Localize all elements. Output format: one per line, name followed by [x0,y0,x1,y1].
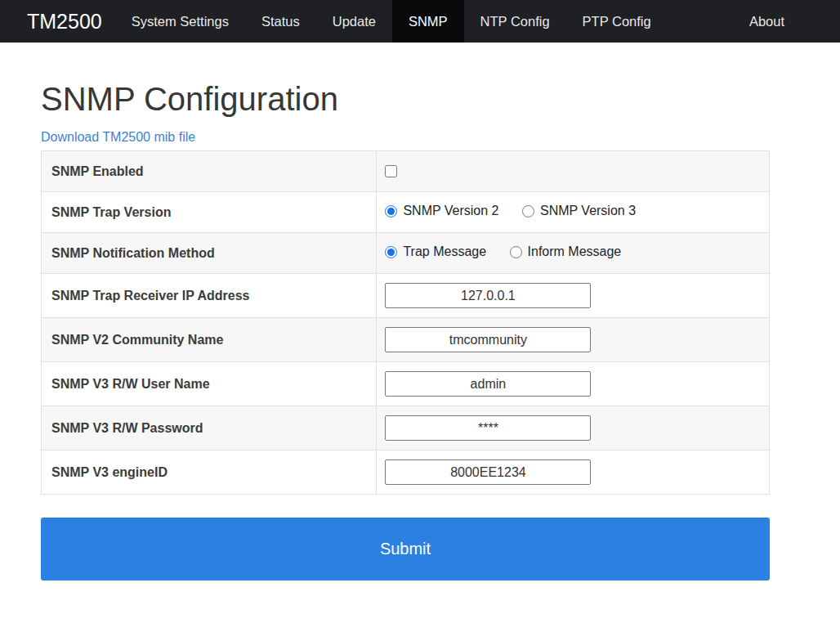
submit-button[interactable]: Submit [41,518,770,580]
radio-option-trap-message[interactable]: Trap Message [385,244,486,259]
radio-label: Trap Message [403,244,486,259]
v3-engineid-field[interactable] [385,459,591,485]
snmp-version3-radio[interactable] [522,205,534,217]
v3-password-field[interactable] [385,415,591,441]
table-row-v3-username: SNMP V3 R/W User Name [42,362,770,406]
nav-item-update[interactable]: Update [316,0,392,43]
v3-username-field[interactable] [385,371,591,397]
table-row-snmp-enabled: SNMP Enabled [42,151,770,192]
nav-item-about[interactable]: About [733,0,801,43]
snmp-enabled-checkbox[interactable] [385,165,397,177]
row-label: SNMP V3 engineID [42,450,377,495]
main-content: SNMP Configuration Download TM2500 mib f… [0,79,770,580]
table-row-trap-receiver-ip: SNMP Trap Receiver IP Address [42,274,770,318]
navbar-brand[interactable]: TM2500 [14,0,115,43]
row-label: SNMP V2 Community Name [42,318,377,362]
radio-option-snmp-v3[interactable]: SNMP Version 3 [522,204,636,218]
radio-label: Inform Message [528,244,622,259]
snmp-version2-radio[interactable] [385,205,397,217]
row-label: SNMP Trap Receiver IP Address [42,274,377,318]
row-label: SNMP V3 R/W User Name [42,362,377,406]
radio-option-snmp-v2[interactable]: SNMP Version 2 [385,204,498,218]
nav-item-ptp-config[interactable]: PTP Config [566,0,668,43]
navbar: TM2500 System Settings Status Update SNM… [0,0,840,43]
trap-receiver-ip-field[interactable] [385,283,591,308]
radio-label: SNMP Version 3 [540,204,636,218]
table-row-trap-version: SNMP Trap Version SNMP Version 2 SNMP Ve… [42,192,770,233]
row-label: SNMP Trap Version [42,192,377,233]
nav-item-snmp[interactable]: SNMP [392,0,464,43]
trap-message-radio[interactable] [385,246,397,258]
radio-label: SNMP Version 2 [403,204,498,218]
nav-item-system-settings[interactable]: System Settings [115,0,245,43]
table-row-notification-method: SNMP Notification Method Trap Message In… [42,233,770,274]
row-label: SNMP V3 R/W Password [42,406,377,450]
snmp-config-table: SNMP Enabled SNMP Trap Version SNMP Vers… [41,150,770,495]
row-label: SNMP Enabled [42,151,377,192]
nav-item-ntp-config[interactable]: NTP Config [464,0,566,43]
table-row-v2-community: SNMP V2 Community Name [42,318,770,362]
inform-message-radio[interactable] [510,246,522,258]
mib-download-link[interactable]: Download TM2500 mib file [41,130,195,145]
row-label: SNMP Notification Method [42,233,377,274]
page-title: SNMP Configuration [41,79,770,119]
table-row-v3-password: SNMP V3 R/W Password [42,406,770,450]
nav-item-status[interactable]: Status [245,0,316,43]
radio-option-inform-message[interactable]: Inform Message [510,244,622,259]
table-row-v3-engineid: SNMP V3 engineID [42,450,770,495]
v2-community-name-field[interactable] [385,327,591,352]
